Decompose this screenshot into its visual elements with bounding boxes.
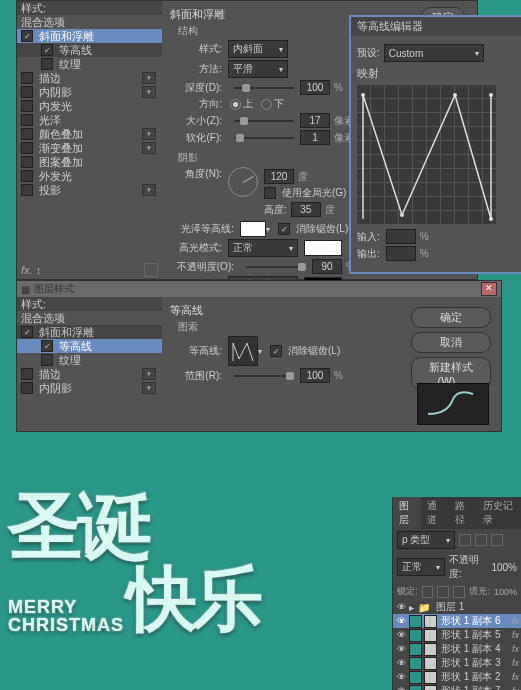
filter-icon[interactable] — [491, 534, 503, 546]
dialog-titlebar[interactable]: ▦图层样式✕ — [17, 281, 501, 297]
fx-satin[interactable]: 光泽 — [17, 113, 162, 127]
fx-stroke[interactable]: 描边+ — [17, 71, 162, 85]
size-slider[interactable] — [234, 120, 294, 122]
tab-paths[interactable]: 路径 — [449, 497, 477, 529]
fx-texture-2[interactable]: 纹理 — [17, 353, 162, 367]
method-dd[interactable]: 平滑▾ — [228, 60, 288, 78]
eye-icon[interactable]: 👁 — [395, 602, 407, 612]
layer-row[interactable]: 👁形状 1 副本 2fx — [393, 670, 521, 684]
eye-icon[interactable]: 👁 — [395, 644, 407, 654]
filter-icon[interactable] — [459, 534, 471, 546]
blend-mode-dd[interactable]: 正常▾ — [397, 558, 445, 576]
fx-contour-2[interactable]: 等高线 — [17, 339, 162, 353]
fx-bevel-cb-2[interactable] — [21, 326, 33, 338]
fx-badge[interactable]: fx — [512, 658, 519, 668]
cancel-button[interactable]: 取消 — [411, 332, 491, 353]
fx-badge[interactable]: fx — [512, 616, 519, 626]
fx-outerglow[interactable]: 外发光 — [17, 169, 162, 183]
fx-patoverlay[interactable]: 图案叠加 — [17, 155, 162, 169]
fx-patoverlay-cb[interactable] — [21, 156, 33, 168]
layer-row[interactable]: 👁形状 1 副本 5fx — [393, 628, 521, 642]
add-icon[interactable]: + — [142, 184, 156, 196]
tab-channels[interactable]: 通道 — [421, 497, 449, 529]
blend-options[interactable]: 混合选项 — [17, 15, 162, 29]
chevron-down-icon[interactable]: ▾ — [258, 347, 262, 356]
blend-options-2[interactable]: 混合选项 — [17, 311, 162, 325]
hl-op-slider[interactable] — [246, 266, 306, 268]
fx-contour-cb-2[interactable] — [41, 340, 53, 352]
fx-innershadow-cb[interactable] — [21, 86, 33, 98]
fx-gradoverlay-cb[interactable] — [21, 142, 33, 154]
range-input[interactable]: 100 — [300, 368, 330, 383]
tab-layers[interactable]: 图层 — [393, 497, 421, 529]
fx-innershadow-2[interactable]: 内阴影+ — [17, 381, 162, 395]
hl-op-input[interactable]: 90 — [312, 259, 342, 274]
fx-bevel[interactable]: 斜面和浮雕 — [17, 29, 162, 43]
fx-bevel-2[interactable]: 斜面和浮雕 — [17, 325, 162, 339]
antialias-cb-2[interactable] — [270, 345, 282, 357]
eye-icon[interactable]: 👁 — [395, 616, 407, 626]
fx-contour[interactable]: 等高线 — [17, 43, 162, 57]
size-input[interactable]: 17 — [300, 113, 330, 128]
add-icon[interactable]: + — [142, 86, 156, 98]
layer-row[interactable]: 👁形状 1 副本 4fx — [393, 642, 521, 656]
dir-down-radio[interactable] — [261, 99, 272, 110]
opacity-val[interactable]: 100% — [491, 562, 517, 573]
fx-coloroverlay[interactable]: 颜色叠加+ — [17, 127, 162, 141]
fx-stroke-2[interactable]: 描边+ — [17, 367, 162, 381]
tab-history[interactable]: 历史记录 — [477, 497, 521, 529]
fx-badge[interactable]: fx — [512, 644, 519, 654]
eye-icon[interactable]: 👁 — [395, 658, 407, 668]
contour-picker[interactable] — [228, 336, 258, 366]
fx-innershadow-cb-2[interactable] — [21, 382, 33, 394]
eye-icon[interactable]: 👁 — [395, 686, 407, 690]
ok-button-2[interactable]: 确定 — [411, 307, 491, 328]
fx-innershadow[interactable]: 内阴影+ — [17, 85, 162, 99]
contour-curve-grid[interactable] — [357, 85, 497, 225]
lock-pixels-icon[interactable] — [437, 586, 449, 598]
fx-badge[interactable]: fx — [512, 672, 519, 682]
depth-slider[interactable] — [234, 87, 294, 89]
gloss-contour-picker[interactable] — [240, 221, 266, 237]
lock-trans-icon[interactable] — [422, 586, 434, 598]
fx-innerglow[interactable]: 内发光 — [17, 99, 162, 113]
fx-badge[interactable]: fx — [512, 686, 519, 690]
chevron-down-icon[interactable]: ▾ — [266, 225, 270, 234]
fx-contour-cb[interactable] — [41, 44, 53, 56]
angle-dial[interactable] — [228, 167, 258, 197]
soft-input[interactable]: 1 — [300, 130, 330, 145]
fx-dropshadow[interactable]: 投影+ — [17, 183, 162, 197]
lock-pos-icon[interactable] — [453, 586, 465, 598]
fx-stroke-cb[interactable] — [21, 72, 33, 84]
fx-dropshadow-cb[interactable] — [21, 184, 33, 196]
add-icon[interactable]: + — [142, 382, 156, 394]
eye-icon[interactable]: 👁 — [395, 630, 407, 640]
layer-group[interactable]: 👁▸📁图层 1 — [393, 600, 521, 614]
antialias-cb[interactable] — [278, 223, 290, 235]
preset-dd[interactable]: Custom▾ — [384, 44, 484, 62]
fill-val[interactable]: 100% — [494, 587, 517, 597]
hl-mode-dd[interactable]: 正常▾ — [228, 239, 298, 257]
fx-stroke-cb-2[interactable] — [21, 368, 33, 380]
layer-filter-dd[interactable]: ρ 类型▾ — [397, 531, 455, 549]
filter-icon[interactable] — [475, 534, 487, 546]
fx-badge[interactable]: fx — [512, 630, 519, 640]
global-light-cb[interactable] — [264, 187, 276, 199]
bevel-style-dd[interactable]: 内斜面▾ — [228, 40, 288, 58]
chevron-down-icon[interactable]: ▸ — [409, 602, 414, 613]
fx-texture-cb-2[interactable] — [41, 354, 53, 366]
soft-slider[interactable] — [234, 137, 294, 139]
fx-outerglow-cb[interactable] — [21, 170, 33, 182]
fx-coloroverlay-cb[interactable] — [21, 128, 33, 140]
hl-color-swatch[interactable] — [304, 240, 342, 256]
fx-texture[interactable]: 纹理 — [17, 57, 162, 71]
add-icon[interactable]: + — [142, 128, 156, 140]
curve-input-field[interactable] — [386, 229, 416, 244]
layer-row[interactable]: 👁形状 1 副本 6fx — [393, 614, 521, 628]
fx-gradoverlay[interactable]: 渐变叠加+ — [17, 141, 162, 155]
altitude-input[interactable]: 35 — [291, 202, 321, 217]
fx-innerglow-cb[interactable] — [21, 100, 33, 112]
add-icon[interactable]: + — [142, 368, 156, 380]
trash-icon[interactable] — [144, 263, 158, 277]
add-icon[interactable]: + — [142, 72, 156, 84]
